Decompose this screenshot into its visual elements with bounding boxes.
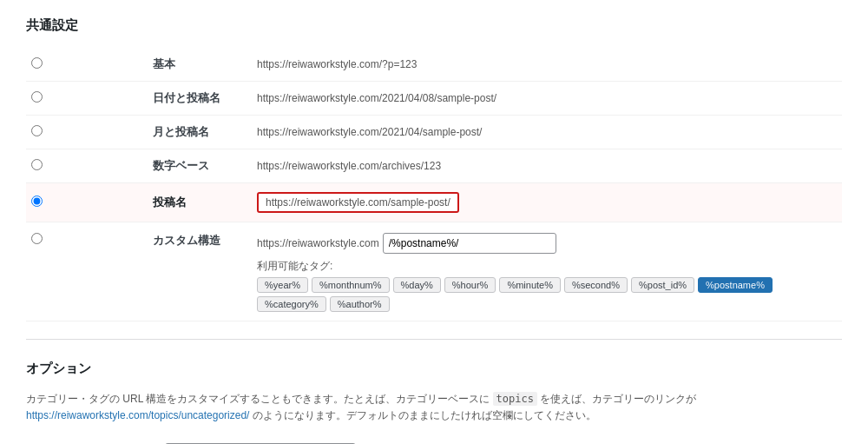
- custom-structure-input[interactable]: [383, 233, 556, 254]
- numeric-url: https://reiwaworkstyle.com/archives/123: [257, 160, 441, 172]
- available-tags-label: 利用可能なタグ:: [257, 259, 837, 274]
- section-common-title: 共通設定: [26, 17, 842, 34]
- category-base-label: カテゴリーベース: [26, 436, 165, 444]
- permalink-row-date_postname: 日付と投稿名https://reiwaworkstyle.com/2021/04…: [26, 82, 842, 116]
- tag-btn-year[interactable]: %year%: [257, 277, 308, 293]
- tag-btn-post_id[interactable]: %post_id%: [631, 277, 694, 293]
- permalink-row-postname: 投稿名https://reiwaworkstyle.com/sample-pos…: [26, 183, 842, 222]
- numeric-radio[interactable]: [31, 159, 43, 170]
- custom-base-url: https://reiwaworkstyle.com: [257, 237, 379, 249]
- basic-label: 基本: [153, 57, 175, 70]
- tag-btn-monthnum[interactable]: %monthnum%: [312, 277, 390, 293]
- tag-btn-category[interactable]: %category%: [257, 296, 326, 312]
- permalink-row-month_postname: 月と投稿名https://reiwaworkstyle.com/2021/04/…: [26, 116, 842, 149]
- custom-radio[interactable]: [31, 233, 43, 244]
- tag-btn-minute[interactable]: %minute%: [499, 277, 561, 293]
- basic-radio[interactable]: [31, 57, 43, 69]
- tag-btn-second[interactable]: %second%: [564, 277, 628, 293]
- numeric-label: 数字ベース: [153, 159, 209, 172]
- tag-btn-postname[interactable]: %postname%: [698, 277, 773, 293]
- tag-btn-day[interactable]: %day%: [393, 277, 441, 293]
- selected-url-display: https://reiwaworkstyle.com/sample-post/: [257, 192, 459, 213]
- postname-label: 投稿名: [153, 195, 187, 209]
- tag-btn-author[interactable]: %author%: [330, 296, 390, 312]
- month_postname-label: 月と投稿名: [153, 125, 209, 138]
- postname-radio[interactable]: [31, 195, 43, 207]
- permalink-row-numeric: 数字ベースhttps://reiwaworkstyle.com/archives…: [26, 149, 842, 183]
- basic-url: https://reiwaworkstyle.com/?p=123: [257, 58, 417, 70]
- tag-buttons-container: %year%%monthnum%%day%%hour%%minute%%seco…: [257, 277, 837, 312]
- date_postname-label: 日付と投稿名: [153, 91, 220, 104]
- category-base-row: カテゴリーベース: [26, 436, 842, 444]
- section-options-title: オプション: [26, 361, 842, 377]
- month_postname-url: https://reiwaworkstyle.com/2021/04/sampl…: [257, 126, 482, 138]
- permalink-row-basic: 基本https://reiwaworkstyle.com/?p=123: [26, 48, 842, 82]
- options-description: カテゴリー・タグの URL 構造をカスタマイズすることもできます。たとえば、カテ…: [26, 391, 842, 424]
- date_postname-url: https://reiwaworkstyle.com/2021/04/08/sa…: [257, 92, 496, 104]
- month_postname-radio[interactable]: [31, 125, 43, 136]
- custom-label: カスタム構造: [153, 234, 220, 247]
- custom-structure-row: カスタム構造 https://reiwaworkstyle.com 利用可能なタ…: [26, 222, 842, 321]
- date_postname-radio[interactable]: [31, 91, 43, 103]
- tag-btn-hour[interactable]: %hour%: [444, 277, 496, 293]
